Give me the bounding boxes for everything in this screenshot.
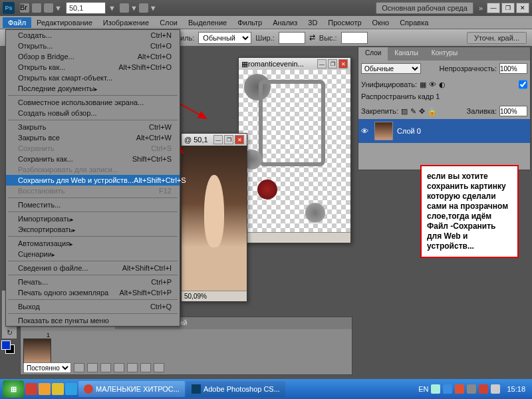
doc-max-button[interactable]: ❐	[328, 59, 337, 68]
file-menu-item[interactable]: Обзор в Bridge...Alt+Ctrl+O	[6, 51, 180, 62]
visibility-icon[interactable]: 👁	[361, 127, 370, 135]
file-menu-item[interactable]: Сохранить для Web и устройств...Alt+Shif…	[6, 175, 180, 186]
layer-thumbnail[interactable]	[374, 122, 393, 140]
tray-icon[interactable]	[443, 384, 452, 394]
first-frame-button[interactable]	[74, 363, 84, 372]
document-window-woman[interactable]: @ 50,1 — ❐ ✕ 50,09%	[181, 133, 247, 302]
fill-input[interactable]	[499, 106, 527, 116]
tray-volume-icon[interactable]	[491, 384, 500, 394]
frame-thumbnail[interactable]	[23, 338, 51, 365]
taskbar-task[interactable]: МАЛЕНЬКИЕ ХИТРОС...	[78, 381, 185, 397]
quicklaunch-ie-icon[interactable]	[65, 383, 77, 395]
menu-file[interactable]: Файл	[3, 17, 31, 28]
br-icon[interactable]: Br	[20, 3, 29, 13]
file-menu-item[interactable]: Импортировать	[6, 213, 180, 224]
file-menu-item[interactable]: Создать новый обзор...	[6, 108, 180, 118]
minimize-button[interactable]: —	[487, 3, 500, 13]
file-menu-item[interactable]: Совместное использование экрана...	[6, 97, 180, 108]
tab-paths[interactable]: Контуры	[425, 47, 464, 61]
doc-canvas[interactable]	[182, 146, 247, 291]
file-menu-item[interactable]: Открыть...Ctrl+O	[6, 41, 180, 51]
menu-help[interactable]: Справка	[394, 17, 434, 28]
doc-canvas[interactable]	[239, 70, 350, 232]
lock-all-icon[interactable]: 🔒	[428, 107, 437, 116]
start-button[interactable]: ⊞	[3, 380, 24, 398]
quicklaunch-folder-icon[interactable]	[52, 383, 64, 395]
loop-select[interactable]: Постоянно	[23, 362, 71, 373]
taskbar-task-active[interactable]: Adobe Photoshop CS...	[186, 381, 285, 397]
file-menu-item[interactable]: Сведения о файле...Alt+Shift+Ctrl+I	[6, 263, 180, 273]
duplicate-frame-button[interactable]	[140, 363, 151, 372]
menu-select[interactable]: Выделение	[183, 17, 232, 28]
menu-image[interactable]: Изображение	[98, 17, 154, 28]
play-button[interactable]	[100, 363, 111, 372]
file-menu-item[interactable]: Экспортировать	[6, 224, 180, 235]
color-swatch[interactable]	[1, 340, 16, 355]
document-window-frame[interactable]: ▦ romanticevenin... — ❐ ✕	[238, 57, 351, 243]
view-icon[interactable]	[44, 3, 53, 13]
next-frame-button[interactable]	[114, 363, 124, 372]
lock-move-icon[interactable]: ✥	[419, 107, 425, 116]
doc-close-button[interactable]: ✕	[235, 135, 244, 144]
zoom-field[interactable]	[66, 2, 106, 14]
file-menu-item[interactable]: Показать все пункты меню	[6, 315, 180, 326]
file-menu-item[interactable]: Поместить...	[6, 200, 180, 210]
file-menu-item[interactable]: ВыходCtrl+Q	[6, 301, 180, 312]
lock-paint-icon[interactable]: ✎	[410, 107, 416, 116]
hand-tool-icon[interactable]	[120, 3, 129, 13]
doc-min-button[interactable]: —	[213, 135, 223, 144]
prev-frame-button[interactable]	[87, 363, 98, 372]
tab-layers[interactable]: Слои	[358, 47, 388, 61]
tab-channels[interactable]: Каналы	[388, 47, 425, 61]
file-menu-item[interactable]: Открыть как смарт-объект...	[6, 72, 180, 83]
maximize-button[interactable]: ❐	[501, 3, 515, 13]
refine-edge-button[interactable]: Уточн. край...	[467, 32, 527, 44]
doc-min-button[interactable]: —	[317, 59, 327, 68]
tray-icon[interactable]	[455, 384, 464, 394]
height-input[interactable]	[341, 32, 368, 44]
mb-icon[interactable]	[32, 3, 41, 13]
delete-frame-button[interactable]	[154, 363, 164, 372]
doc-titlebar[interactable]: ▦ romanticevenin... — ❐ ✕	[239, 58, 350, 70]
lock-trans-icon[interactable]: ▨	[401, 107, 408, 116]
doc-max-button[interactable]: ❐	[224, 135, 233, 144]
rotate-tool-icon[interactable]: ↻	[2, 327, 17, 338]
tray-icon[interactable]	[467, 384, 476, 394]
workspace-button[interactable]: Основная рабочая среда	[376, 2, 473, 14]
tray-avira-icon[interactable]	[479, 384, 488, 394]
file-menu-item[interactable]: Открыть как...Alt+Shift+Ctrl+O	[6, 62, 180, 72]
file-menu-item[interactable]: Последние документы	[6, 83, 180, 94]
unify-style-icon[interactable]: ◐	[439, 80, 446, 89]
width-input[interactable]	[279, 32, 305, 44]
menu-window[interactable]: Окно	[367, 17, 395, 28]
tween-button[interactable]	[127, 363, 138, 372]
file-menu-item[interactable]: ЗакрытьCtrl+W	[6, 122, 180, 132]
quicklaunch-chrome-icon[interactable]	[39, 383, 51, 395]
file-menu-item[interactable]: Печать...Ctrl+P	[6, 277, 180, 287]
menu-edit[interactable]: Редактирование	[31, 17, 98, 28]
propagate-checkbox[interactable]	[519, 79, 527, 90]
menu-layers[interactable]: Слои	[154, 17, 183, 28]
layer-name[interactable]: Слой 0	[397, 127, 421, 135]
doc-close-button[interactable]: ✕	[338, 59, 348, 68]
menu-filter[interactable]: Фильтр	[232, 17, 267, 28]
blend-mode-select[interactable]: Обычные	[361, 63, 421, 74]
menu-view[interactable]: Просмотр	[323, 17, 366, 28]
unify-pos-icon[interactable]: ▦	[420, 80, 426, 89]
tray-icon[interactable]	[431, 384, 440, 394]
layer-row[interactable]: 👁 Слой 0	[358, 119, 530, 143]
quicklaunch-opera-icon[interactable]	[25, 383, 37, 395]
file-menu-item[interactable]: Закрыть всеAlt+Ctrl+W	[6, 132, 180, 143]
unify-vis-icon[interactable]: 👁	[429, 80, 436, 88]
clock[interactable]: 15:18	[503, 385, 529, 393]
file-menu-item[interactable]: Сценарии	[6, 249, 180, 259]
file-menu-item[interactable]: Создать...Ctrl+N	[6, 30, 180, 41]
file-menu-item[interactable]: Автоматизация	[6, 238, 180, 249]
file-menu-item[interactable]: Сохранить как...Shift+Ctrl+S	[6, 154, 180, 164]
lang-indicator[interactable]: EN	[418, 385, 428, 393]
close-button[interactable]: ✕	[516, 3, 529, 13]
doc-titlebar[interactable]: @ 50,1 — ❐ ✕	[182, 134, 247, 146]
menu-analysis[interactable]: Анализ	[267, 17, 303, 28]
arrange-icon[interactable]	[139, 3, 148, 13]
swap-icon[interactable]: ⇄	[309, 33, 315, 42]
